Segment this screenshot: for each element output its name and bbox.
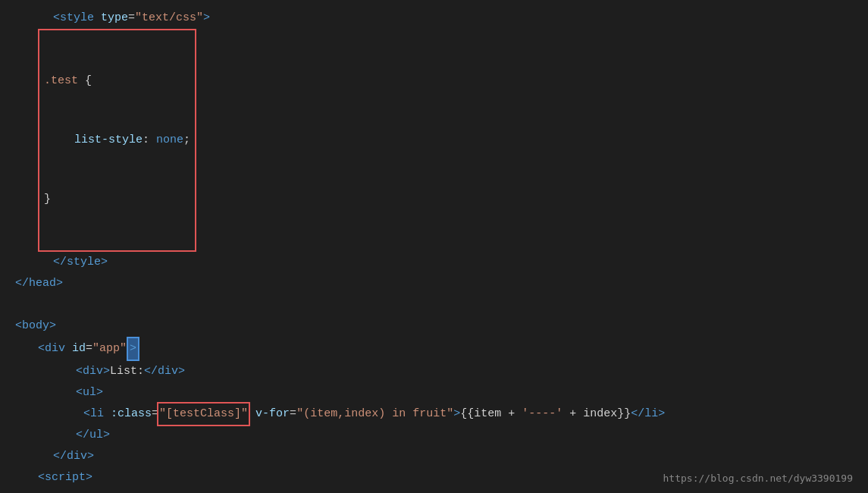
code-editor: <style type="text/css" > .test { list-st… bbox=[0, 0, 868, 493]
line-style-open: <style type="text/css" > bbox=[0, 8, 868, 29]
line-ul-open: <ul> bbox=[0, 382, 868, 404]
line-var-vm: var vm = new Vue({ bbox=[0, 488, 868, 493]
line-blank bbox=[0, 294, 868, 316]
line-style-close: </style> bbox=[0, 252, 868, 273]
line-div-list: <div>List:</div> bbox=[0, 361, 868, 382]
line-div-app: <div id="app"> bbox=[0, 337, 868, 361]
line-div-close: </div> bbox=[0, 446, 868, 467]
line-ul-close: </ul> bbox=[0, 425, 868, 446]
line-body-open: <body> bbox=[0, 316, 868, 337]
watermark: https://blog.csdn.net/dyw3390199 bbox=[663, 473, 853, 484]
line-li: <li :class="[testClass]" v-for="(item,in… bbox=[0, 404, 868, 425]
line-head-close: </head> bbox=[0, 273, 868, 294]
line-css-block: .test { list-style: none; } bbox=[0, 29, 868, 252]
